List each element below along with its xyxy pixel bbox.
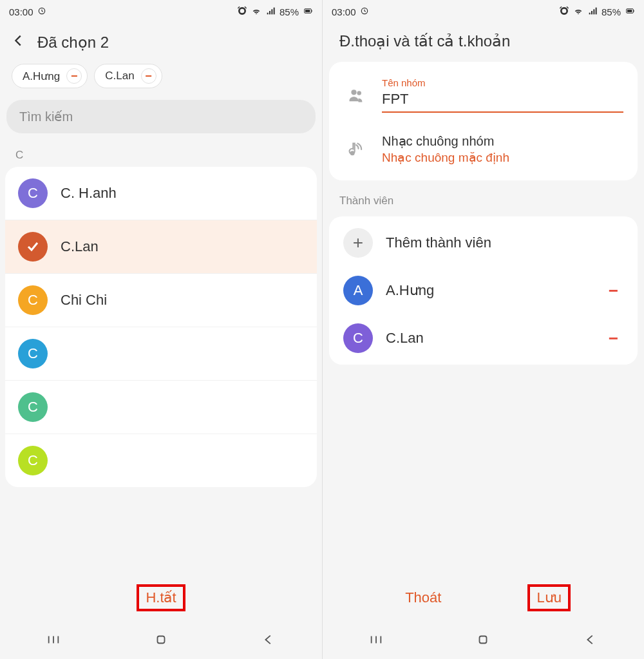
svg-rect-15: [593, 9, 594, 14]
alarm-icon: [559, 6, 569, 18]
avatar: A: [343, 276, 373, 305]
svg-point-21: [357, 91, 361, 95]
back-icon[interactable]: [12, 32, 26, 52]
check-icon: [18, 232, 48, 262]
back-nav-icon[interactable]: [583, 633, 598, 649]
battery-text: 85%: [279, 6, 299, 17]
avatar: C: [18, 339, 48, 368]
header: Đ.thoại và tất cả t.khoản: [323, 23, 644, 57]
group-name-input[interactable]: [382, 90, 623, 113]
chip-remove-icon[interactable]: −: [66, 68, 82, 84]
signal-icon: [265, 6, 276, 18]
group-name-label: Tên nhóm: [382, 77, 623, 88]
member-name: A.Hưng: [386, 282, 591, 299]
cancel-button[interactable]: Thoát: [396, 584, 450, 611]
action-bar: Thoát Lưu: [323, 575, 644, 620]
avatar: C: [18, 446, 48, 475]
chip: C.Lan −: [94, 64, 162, 88]
signal-icon: [587, 6, 598, 18]
svg-point-22: [350, 151, 355, 155]
wifi-icon: [573, 6, 583, 18]
ringtone-row[interactable]: Nhạc chuông nhóm Nhạc chuông mặc định: [329, 123, 638, 175]
contact-row[interactable]: C.Lan: [5, 220, 317, 274]
svg-rect-3: [271, 9, 272, 14]
avatar: C: [18, 178, 48, 208]
wifi-icon: [251, 6, 261, 18]
contact-row[interactable]: CC. H.anh: [5, 167, 317, 220]
done-button[interactable]: H.tất: [137, 584, 185, 611]
remove-member-icon[interactable]: −: [603, 329, 623, 349]
page-title: Đã chọn 2: [37, 33, 109, 52]
sync-icon: [37, 6, 46, 17]
save-button[interactable]: Lưu: [527, 584, 570, 611]
member-row: CC.Lan−: [329, 314, 638, 362]
back-nav-icon[interactable]: [261, 633, 276, 649]
search-input[interactable]: Tìm kiếm: [6, 100, 316, 133]
svg-rect-7: [305, 10, 310, 12]
avatar: C: [18, 285, 48, 315]
recents-nav-icon[interactable]: [46, 633, 61, 649]
section-label: C: [0, 133, 322, 167]
home-nav-icon[interactable]: [154, 633, 168, 649]
contact-name: C. H.anh: [61, 185, 117, 202]
selected-chips: A.Hưng − C.Lan −: [0, 59, 322, 96]
svg-rect-16: [596, 7, 597, 14]
remove-member-icon[interactable]: −: [603, 281, 623, 301]
people-icon: [343, 86, 369, 104]
members-section-label: Thành viên: [323, 186, 644, 211]
sync-icon: [360, 6, 369, 17]
battery-icon: [625, 6, 635, 18]
music-icon: [343, 140, 369, 158]
recents-nav-icon[interactable]: [369, 633, 383, 649]
svg-rect-11: [157, 636, 164, 644]
chip-label: A.Hưng: [23, 70, 60, 83]
add-member-row[interactable]: + Thêm thành viên: [329, 219, 638, 267]
screen-group-settings: 03:00 85% Đ.thoại và tất cả t.khoản Tên …: [322, 0, 644, 659]
member-name: C.Lan: [386, 330, 591, 347]
contact-row[interactable]: C: [5, 327, 317, 381]
group-name-row[interactable]: Tên nhóm: [329, 67, 638, 123]
svg-rect-2: [269, 11, 270, 14]
battery-text: 85%: [601, 6, 621, 17]
chip-label: C.Lan: [105, 70, 134, 82]
action-bar: H.tất: [0, 575, 322, 620]
battery-icon: [303, 6, 313, 18]
members-card: + Thêm thành viên AA.Hưng−CC.Lan−: [329, 216, 638, 365]
chip: A.Hưng −: [12, 64, 88, 88]
member-row: AA.Hưng−: [329, 267, 638, 314]
status-bar: 03:00 85%: [0, 0, 322, 23]
svg-rect-4: [274, 7, 275, 14]
group-info-card: Tên nhóm Nhạc chuông nhóm Nhạc chuông mặ…: [329, 62, 638, 180]
nav-bar: [0, 623, 322, 659]
svg-rect-26: [480, 636, 487, 644]
contact-row[interactable]: CChi Chi: [5, 274, 317, 327]
add-member-label: Thêm thành viên: [386, 234, 623, 251]
svg-rect-19: [627, 10, 632, 12]
contact-name: Chi Chi: [61, 292, 107, 309]
alarm-icon: [237, 6, 247, 18]
contact-name: C.Lan: [61, 238, 99, 255]
svg-rect-13: [589, 12, 591, 14]
avatar: C: [343, 323, 373, 353]
ringtone-label: Nhạc chuông nhóm: [382, 133, 623, 149]
contact-row[interactable]: C: [5, 381, 317, 434]
contact-row[interactable]: C: [5, 434, 317, 487]
svg-rect-6: [311, 10, 312, 12]
screen-select-contacts: 03:00 85% Đã chọn 2 A.Hưng − C.Lan − T: [0, 0, 322, 659]
svg-rect-14: [591, 11, 592, 14]
svg-point-20: [351, 90, 356, 95]
avatar: C: [18, 392, 48, 422]
status-time: 03:00: [332, 6, 356, 17]
home-nav-icon[interactable]: [476, 633, 490, 649]
chip-remove-icon[interactable]: −: [141, 68, 156, 84]
status-time: 03:00: [9, 6, 33, 17]
header: Đã chọn 2: [0, 23, 322, 59]
plus-icon: +: [343, 228, 373, 258]
nav-bar: [323, 623, 644, 659]
status-bar: 03:00 85%: [323, 0, 644, 23]
ringtone-value: Nhạc chuông mặc định: [382, 150, 623, 165]
contact-list: CC. H.anhC.LanCChi ChiCCC: [5, 167, 317, 487]
page-title: Đ.thoại và tất cả t.khoản: [339, 32, 510, 50]
svg-rect-18: [633, 10, 634, 12]
search-placeholder: Tìm kiếm: [19, 110, 73, 124]
